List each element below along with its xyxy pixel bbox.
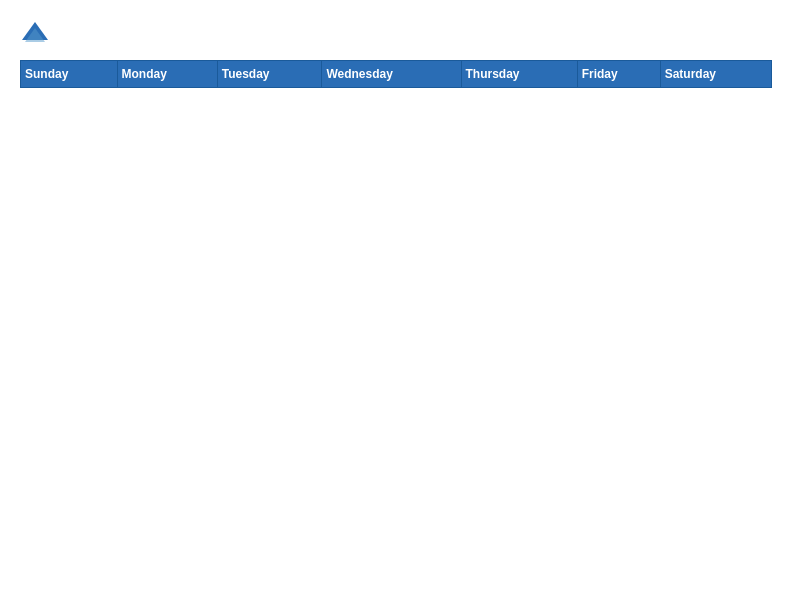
weekday-header-friday: Friday — [577, 61, 660, 88]
weekday-header-thursday: Thursday — [461, 61, 577, 88]
page-header — [20, 20, 772, 50]
calendar-header-row: SundayMondayTuesdayWednesdayThursdayFrid… — [21, 61, 772, 88]
calendar-table: SundayMondayTuesdayWednesdayThursdayFrid… — [20, 60, 772, 88]
weekday-header-tuesday: Tuesday — [217, 61, 322, 88]
weekday-header-wednesday: Wednesday — [322, 61, 461, 88]
weekday-header-sunday: Sunday — [21, 61, 118, 88]
weekday-header-monday: Monday — [117, 61, 217, 88]
weekday-header-saturday: Saturday — [660, 61, 771, 88]
logo-icon — [20, 20, 50, 50]
logo — [20, 20, 54, 50]
